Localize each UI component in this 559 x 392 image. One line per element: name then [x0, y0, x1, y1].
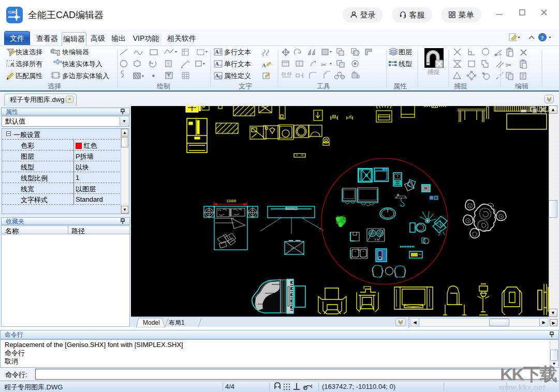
svg-text:快速选择: 快速选择 — [15, 48, 42, 56]
svg-text:✂: ✂ — [506, 61, 512, 69]
svg-text:布局1: 布局1 — [169, 319, 185, 326]
svg-text:快速实体导入: 快速实体导入 — [62, 60, 102, 68]
svg-text:块编辑器: 块编辑器 — [62, 48, 89, 56]
svg-text:A: A — [215, 73, 219, 79]
svg-text:?: ? — [541, 35, 544, 41]
svg-text:A: A — [215, 61, 219, 67]
svg-text:图层: 图层 — [399, 48, 412, 56]
svg-text:捕捉: 捕捉 — [428, 68, 440, 76]
svg-text:✂: ✂ — [321, 61, 327, 69]
svg-text:1500: 1500 — [226, 199, 236, 203]
svg-text:选择所有: 选择所有 — [16, 60, 42, 68]
svg-text:多边形实体输入: 多边形实体输入 — [62, 72, 109, 80]
svg-text:A: A — [215, 49, 219, 55]
svg-text:A: A — [262, 62, 266, 68]
svg-text:多行文本: 多行文本 — [224, 48, 251, 56]
svg-text:线型: 线型 — [399, 60, 412, 68]
svg-text:单行文本: 单行文本 — [224, 60, 251, 68]
svg-text:××: ×× — [291, 247, 295, 250]
svg-text:匹配属性: 匹配属性 — [16, 72, 42, 80]
svg-text:属性定义: 属性定义 — [224, 72, 251, 80]
svg-text:Model: Model — [143, 319, 160, 326]
